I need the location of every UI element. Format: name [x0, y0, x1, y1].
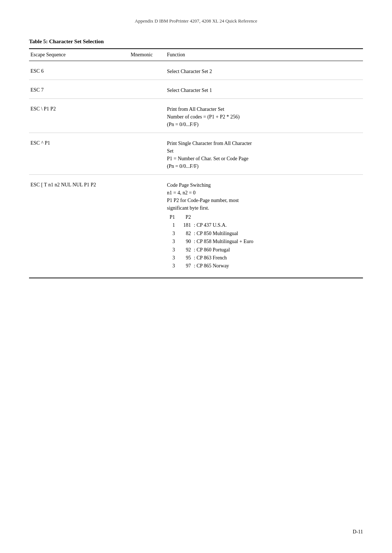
page-number: D-11 [353, 529, 363, 535]
cp-p2: 90 [178, 238, 191, 246]
cp-data-row: 3 92 : CP 860 Portugal [167, 246, 363, 254]
page-header: Appendix D IBM ProPrinter 4207, 4208 XL … [29, 15, 363, 24]
cp-desc: : CP 437 U.S.A. [194, 221, 363, 229]
code-page-table: P1 P2 1 181 : CP 437 U.S.A. 3 82 : CP 85… [167, 213, 363, 270]
escape-cell: ESC ^ P1 [29, 140, 131, 146]
function-line: Set [167, 147, 363, 155]
cp-p2: 97 [178, 262, 191, 270]
cp-desc: : CP 850 Multilingual [194, 230, 363, 238]
cp-p2: 82 [178, 230, 191, 238]
function-line: P1 P2 for Code-Page number, most [167, 197, 363, 204]
escape-cell: ESC [ T n1 n2 NUL NUL P1 P2 [29, 181, 131, 188]
escape-cell: ESC 7 [29, 86, 131, 93]
escape-cell: ESC \ P1 P2 [29, 105, 131, 112]
cp-p2: 92 [178, 246, 191, 254]
cp-col2-header: P2 [178, 213, 191, 221]
function-line: Select Character Set 2 [167, 68, 363, 75]
table-row: ESC \ P1 P2 Print from All Character Set… [29, 99, 363, 133]
function-line: Code Page Switching [167, 181, 363, 189]
cp-desc: : CP 858 Multilingual + Euro [194, 238, 363, 246]
function-line: Print from All Character Set [167, 105, 363, 113]
cp-p1: 1 [167, 221, 175, 229]
function-line: Select Character Set 1 [167, 86, 363, 94]
function-cell: Print Single Character from All Characte… [167, 140, 363, 170]
function-line: n1 = 4, n2 = 0 [167, 189, 363, 197]
cp-desc: : CP 863 French [194, 254, 363, 262]
col-header-mnemonic: Mnemonic [131, 52, 167, 58]
function-cell: Select Character Set 1 [167, 86, 363, 94]
table-row: ESC 7 Select Character Set 1 [29, 80, 363, 99]
cp-data-row: 3 90 : CP 858 Multilingual + Euro [167, 238, 363, 246]
cp-desc: : CP 860 Portugal [194, 246, 363, 254]
cp-p1: 3 [167, 230, 175, 238]
function-line: Number of codes = (P1 + P2 * 256) [167, 113, 363, 121]
cp-data-row: 1 181 : CP 437 U.S.A. [167, 221, 363, 229]
cp-p1: 3 [167, 262, 175, 270]
cp-p2: 181 [178, 221, 191, 229]
function-cell: Print from All Character Set Number of c… [167, 105, 363, 128]
cp-p1: 3 [167, 246, 175, 254]
cp-p1: 3 [167, 254, 175, 262]
table-row: ESC ^ P1 Print Single Character from All… [29, 133, 363, 175]
cp-data-row: 3 95 : CP 863 French [167, 254, 363, 262]
function-line: significant byte first. [167, 204, 363, 212]
function-line: P1 = Number of Char. Set or Code Page [167, 155, 363, 162]
cp-desc: : CP 865 Norway [194, 262, 363, 270]
cp-col1-header: P1 [167, 213, 175, 221]
table-header-row: Escape Sequence Mnemonic Function [29, 49, 363, 61]
col-header-escape: Escape Sequence [29, 52, 131, 58]
cp-data-row: 3 82 : CP 850 Multilingual [167, 230, 363, 238]
cp-p2: 95 [178, 254, 191, 262]
table-wrapper: Escape Sequence Mnemonic Function ESC 6 … [29, 49, 363, 278]
table-row: ESC [ T n1 n2 NUL NUL P1 P2 Code Page Sw… [29, 175, 363, 278]
cp-p1: 3 [167, 238, 175, 246]
function-cell: Select Character Set 2 [167, 68, 363, 75]
col-header-function: Function [167, 52, 363, 58]
cp-col3-header [194, 213, 363, 221]
cp-header-row: P1 P2 [167, 213, 363, 221]
function-line: Print Single Character from All Characte… [167, 140, 363, 147]
cp-data-row: 3 97 : CP 865 Norway [167, 262, 363, 270]
function-cell: Code Page Switching n1 = 4, n2 = 0 P1 P2… [167, 181, 363, 270]
function-line: (Pn = 0/0...F/F) [167, 121, 363, 128]
function-line: (Pn = 0/0...F/F) [167, 162, 363, 170]
table-row: ESC 6 Select Character Set 2 [29, 61, 363, 80]
page-container: Appendix D IBM ProPrinter 4207, 4208 XL … [0, 0, 392, 553]
escape-cell: ESC 6 [29, 68, 131, 74]
table-title: Table 5: Character Set Selection [29, 39, 363, 45]
